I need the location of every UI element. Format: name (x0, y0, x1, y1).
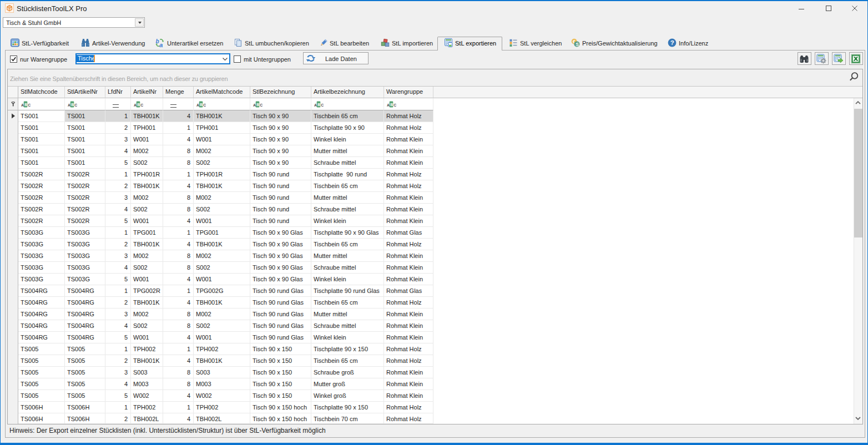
svg-text:C: C (140, 103, 143, 107)
svg-text:a: a (159, 42, 163, 48)
svg-text:B: B (256, 103, 259, 107)
svg-text:A: A (196, 103, 199, 107)
svg-text:A: A (21, 103, 24, 107)
svg-text:B: B (390, 103, 393, 107)
svg-text:B: B (200, 103, 203, 107)
svg-text:A: A (134, 103, 137, 107)
svg-text:C: C (203, 103, 206, 107)
svg-text:B: B (137, 103, 140, 107)
svg-text:A: A (253, 103, 256, 107)
svg-text:B: B (317, 103, 320, 107)
svg-text:S: S (576, 42, 579, 47)
svg-text:B: B (24, 103, 27, 107)
svg-text:?: ? (670, 39, 674, 46)
svg-text:b: b (156, 38, 159, 44)
svg-text:A: A (68, 103, 70, 107)
svg-text:C: C (321, 103, 324, 107)
svg-text:C: C (260, 103, 263, 107)
svg-text:C: C (74, 103, 77, 107)
svg-text:A: A (314, 103, 317, 107)
svg-text:A: A (387, 103, 390, 107)
svg-text:C: C (393, 103, 396, 107)
svg-text:B: B (71, 103, 74, 107)
svg-text:C: C (28, 103, 31, 107)
